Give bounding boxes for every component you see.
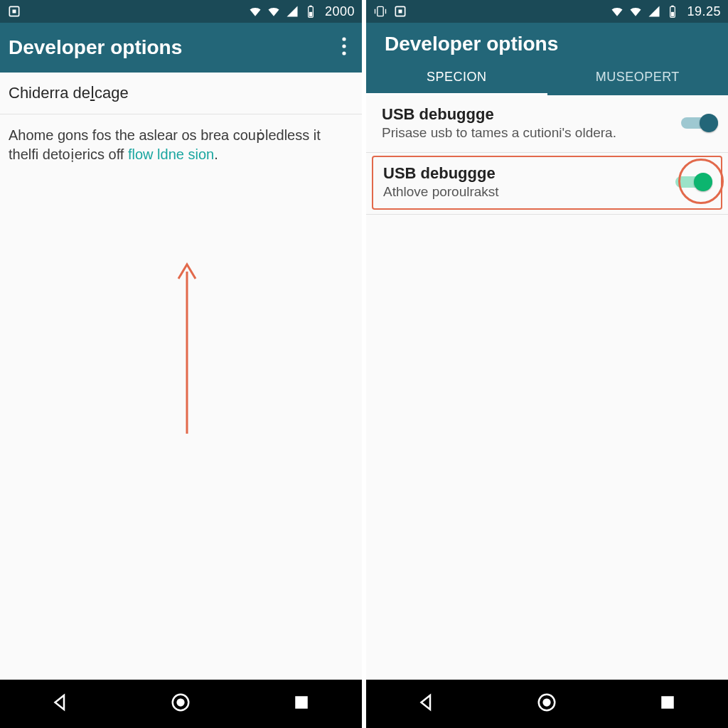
battery-icon — [304, 4, 318, 18]
highlighted-row-annotation: USB debuggge Athlove poroulrakst — [372, 156, 722, 210]
nav-back-button[interactable] — [416, 692, 437, 716]
notification-icon — [7, 4, 21, 18]
svg-rect-14 — [399, 10, 402, 14]
vibrate-icon — [373, 4, 387, 18]
row-subtitle: Athlove poroulrakst — [383, 184, 668, 200]
app-bar: Developer options — [366, 23, 728, 60]
info-note: Ahome gons fos the aslear os brea couṗle… — [0, 114, 362, 176]
phone-right: 19.25 Developer options SPECION MUSEOPER… — [362, 0, 728, 728]
svg-rect-1 — [13, 10, 16, 14]
page-title: Developer options — [9, 36, 182, 59]
nav-bar — [366, 680, 728, 728]
svg-point-19 — [543, 698, 551, 706]
svg-rect-17 — [671, 12, 674, 16]
setting-row-usb-debug-2[interactable]: USB debuggge Athlove poroulrakst — [383, 164, 717, 200]
note-link[interactable]: flow ldne sion — [128, 146, 214, 162]
app-bar: Developer options — [0, 23, 362, 73]
battery-icon — [665, 4, 680, 18]
content-area: USB debuggge Prisase usb to tames a cuti… — [366, 95, 728, 680]
wifi-icon-2 — [267, 4, 281, 18]
row-title: USB debuggge — [382, 105, 674, 124]
page-title: Developer options — [375, 33, 558, 55]
tab-bar: SPECION MUSEOPERT — [366, 60, 728, 95]
tab-museopert[interactable]: MUSEOPERT — [547, 60, 729, 95]
svg-rect-4 — [309, 12, 312, 16]
divider — [366, 152, 728, 153]
nav-home-button[interactable] — [170, 692, 191, 716]
content-area: Chiderra deḻcage Ahome gons fos the asle… — [0, 73, 362, 680]
signal-icon — [285, 4, 299, 18]
nav-home-button[interactable] — [536, 692, 557, 716]
wifi-icon-2 — [628, 4, 643, 18]
wifi-icon — [248, 4, 262, 18]
svg-point-7 — [342, 51, 346, 55]
svg-rect-11 — [295, 696, 308, 709]
scroll-up-arrow-annotation — [176, 257, 198, 435]
setting-row-usb-debug-1[interactable]: USB debuggge Prisase usb to tames a cuti… — [366, 95, 728, 152]
nav-back-button[interactable] — [50, 692, 71, 716]
svg-point-5 — [342, 37, 346, 41]
phone-left: 2000 Developer options Chiderra deḻcage … — [0, 0, 362, 728]
signal-icon — [647, 4, 661, 18]
status-time: 2000 — [325, 4, 355, 19]
section-heading: Chiderra deḻcage — [0, 73, 362, 114]
note-text-suffix: . — [214, 146, 218, 162]
nav-bar — [0, 680, 362, 728]
notification-icon — [393, 4, 407, 18]
svg-rect-12 — [378, 6, 383, 16]
svg-rect-3 — [309, 6, 311, 7]
divider — [366, 214, 728, 215]
svg-rect-20 — [661, 696, 674, 709]
svg-point-10 — [177, 698, 185, 706]
toggle-usb-debug-1[interactable] — [681, 113, 718, 133]
nav-recent-button[interactable] — [291, 692, 312, 716]
tab-specion[interactable]: SPECION — [366, 60, 547, 95]
overflow-menu-button[interactable] — [335, 33, 353, 63]
row-title: USB debuggge — [383, 164, 668, 183]
row-subtitle: Prisase usb to tames a cutioni's oldera. — [382, 125, 674, 141]
svg-rect-16 — [672, 6, 674, 7]
status-time: 19.25 — [687, 4, 721, 19]
wifi-icon — [610, 4, 624, 18]
status-bar: 19.25 — [366, 0, 728, 23]
circle-annotation — [678, 159, 724, 204]
nav-recent-button[interactable] — [657, 692, 678, 716]
status-bar: 2000 — [0, 0, 362, 23]
svg-point-6 — [342, 44, 346, 48]
